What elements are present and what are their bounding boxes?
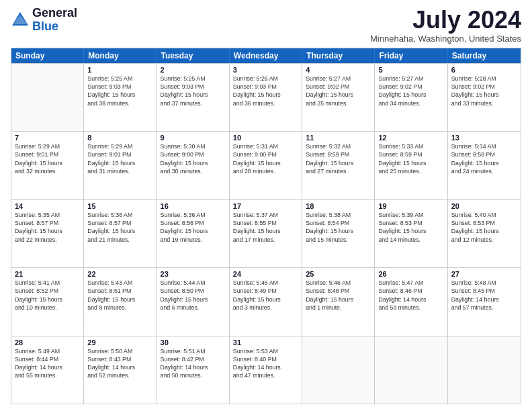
day-number: 17 — [233, 202, 298, 210]
day-number: 1 — [87, 66, 152, 74]
calendar-cell: 20Sunrise: 5:40 AM Sunset: 8:53 PM Dayli… — [448, 200, 521, 267]
day-info: Sunrise: 5:53 AM Sunset: 8:40 PM Dayligh… — [233, 347, 298, 380]
day-info: Sunrise: 5:27 AM Sunset: 9:02 PM Dayligh… — [378, 75, 443, 107]
day-info: Sunrise: 5:30 AM Sunset: 9:00 PM Dayligh… — [161, 142, 226, 175]
location-title: Minnehaha, Washington, United States — [370, 34, 521, 44]
calendar-cell: 8Sunrise: 5:29 AM Sunset: 9:01 PM Daylig… — [84, 132, 157, 199]
calendar-cell: 10Sunrise: 5:31 AM Sunset: 9:00 PM Dayli… — [230, 132, 302, 199]
day-info: Sunrise: 5:41 AM Sunset: 8:52 PM Dayligh… — [15, 279, 80, 312]
day-number: 20 — [451, 202, 517, 210]
calendar-cell — [302, 336, 375, 404]
calendar-week: 14Sunrise: 5:35 AM Sunset: 8:57 PM Dayli… — [11, 199, 521, 267]
calendar-cell: 29Sunrise: 5:50 AM Sunset: 8:43 PM Dayli… — [84, 336, 157, 404]
day-number: 19 — [378, 202, 443, 210]
day-number: 3 — [233, 66, 298, 74]
calendar-week: 7Sunrise: 5:29 AM Sunset: 9:01 PM Daylig… — [11, 131, 521, 199]
day-number: 12 — [378, 134, 443, 142]
calendar-body: 1Sunrise: 5:25 AM Sunset: 9:03 PM Daylig… — [11, 63, 521, 404]
day-of-week-header: Friday — [375, 48, 447, 63]
day-number: 26 — [378, 270, 443, 278]
calendar-cell: 15Sunrise: 5:36 AM Sunset: 8:57 PM Dayli… — [84, 200, 157, 267]
day-info: Sunrise: 5:36 AM Sunset: 8:56 PM Dayligh… — [161, 211, 226, 244]
day-number: 24 — [233, 270, 298, 278]
day-info: Sunrise: 5:33 AM Sunset: 8:59 PM Dayligh… — [378, 142, 443, 175]
day-info: Sunrise: 5:50 AM Sunset: 8:43 PM Dayligh… — [87, 347, 152, 380]
day-of-week-header: Sunday — [11, 48, 84, 63]
day-number: 2 — [161, 66, 226, 74]
calendar-cell: 28Sunrise: 5:49 AM Sunset: 8:44 PM Dayli… — [11, 336, 84, 404]
day-of-week-header: Tuesday — [157, 48, 230, 63]
calendar-cell: 3Sunrise: 5:26 AM Sunset: 9:03 PM Daylig… — [230, 64, 302, 131]
calendar-cell: 25Sunrise: 5:46 AM Sunset: 8:48 PM Dayli… — [302, 268, 375, 335]
calendar-week: 28Sunrise: 5:49 AM Sunset: 8:44 PM Dayli… — [11, 336, 521, 404]
day-number: 23 — [161, 270, 226, 278]
day-number: 10 — [233, 134, 298, 142]
day-info: Sunrise: 5:37 AM Sunset: 8:55 PM Dayligh… — [233, 211, 298, 244]
page: General Blue July 2024 Minnehaha, Washin… — [0, 0, 532, 411]
day-info: Sunrise: 5:26 AM Sunset: 9:03 PM Dayligh… — [233, 75, 298, 107]
day-info: Sunrise: 5:38 AM Sunset: 8:54 PM Dayligh… — [306, 211, 371, 244]
day-number: 31 — [233, 338, 298, 347]
day-info: Sunrise: 5:46 AM Sunset: 8:48 PM Dayligh… — [306, 279, 371, 312]
calendar-cell: 5Sunrise: 5:27 AM Sunset: 9:02 PM Daylig… — [375, 64, 447, 131]
day-number: 6 — [451, 66, 517, 74]
day-info: Sunrise: 5:31 AM Sunset: 9:00 PM Dayligh… — [233, 142, 298, 175]
day-of-week-header: Monday — [84, 48, 157, 63]
calendar-cell: 19Sunrise: 5:39 AM Sunset: 8:53 PM Dayli… — [375, 200, 447, 267]
calendar-week: 21Sunrise: 5:41 AM Sunset: 8:52 PM Dayli… — [11, 267, 521, 335]
day-info: Sunrise: 5:44 AM Sunset: 8:50 PM Dayligh… — [161, 279, 226, 312]
calendar-cell — [375, 336, 447, 404]
day-info: Sunrise: 5:51 AM Sunset: 8:42 PM Dayligh… — [161, 347, 226, 380]
day-number: 5 — [378, 66, 443, 74]
logo-icon — [11, 11, 30, 30]
calendar-cell: 31Sunrise: 5:53 AM Sunset: 8:40 PM Dayli… — [230, 336, 302, 404]
day-number: 25 — [306, 270, 371, 278]
day-number: 30 — [161, 338, 226, 347]
header: General Blue July 2024 Minnehaha, Washin… — [11, 7, 521, 44]
day-number: 21 — [15, 270, 80, 278]
day-info: Sunrise: 5:27 AM Sunset: 9:02 PM Dayligh… — [306, 75, 371, 107]
day-number: 28 — [15, 338, 80, 347]
day-info: Sunrise: 5:40 AM Sunset: 8:53 PM Dayligh… — [451, 211, 517, 244]
day-of-week-header: Thursday — [302, 48, 375, 63]
calendar-cell: 23Sunrise: 5:44 AM Sunset: 8:50 PM Dayli… — [157, 268, 230, 335]
calendar-cell: 12Sunrise: 5:33 AM Sunset: 8:59 PM Dayli… — [375, 132, 447, 199]
day-info: Sunrise: 5:35 AM Sunset: 8:57 PM Dayligh… — [15, 211, 80, 244]
day-number: 29 — [87, 338, 152, 347]
day-info: Sunrise: 5:49 AM Sunset: 8:44 PM Dayligh… — [15, 347, 80, 380]
day-number: 7 — [15, 134, 80, 142]
calendar-cell: 1Sunrise: 5:25 AM Sunset: 9:03 PM Daylig… — [84, 64, 157, 131]
calendar-header: SundayMondayTuesdayWednesdayThursdayFrid… — [11, 48, 521, 63]
day-number: 13 — [451, 134, 517, 142]
day-number: 9 — [161, 134, 226, 142]
calendar-cell: 27Sunrise: 5:48 AM Sunset: 8:45 PM Dayli… — [448, 268, 521, 335]
calendar-cell — [11, 64, 84, 131]
day-info: Sunrise: 5:36 AM Sunset: 8:57 PM Dayligh… — [87, 211, 152, 244]
calendar-cell: 13Sunrise: 5:34 AM Sunset: 8:58 PM Dayli… — [448, 132, 521, 199]
day-info: Sunrise: 5:25 AM Sunset: 9:03 PM Dayligh… — [87, 75, 152, 107]
calendar-cell: 16Sunrise: 5:36 AM Sunset: 8:56 PM Dayli… — [157, 200, 230, 267]
day-number: 27 — [451, 270, 517, 278]
calendar-cell: 30Sunrise: 5:51 AM Sunset: 8:42 PM Dayli… — [157, 336, 230, 404]
calendar-cell: 6Sunrise: 5:28 AM Sunset: 9:02 PM Daylig… — [448, 64, 521, 131]
calendar-cell: 22Sunrise: 5:43 AM Sunset: 8:51 PM Dayli… — [84, 268, 157, 335]
day-info: Sunrise: 5:47 AM Sunset: 8:46 PM Dayligh… — [378, 279, 443, 312]
calendar-cell: 26Sunrise: 5:47 AM Sunset: 8:46 PM Dayli… — [375, 268, 447, 335]
svg-marker-1 — [13, 15, 27, 24]
day-info: Sunrise: 5:39 AM Sunset: 8:53 PM Dayligh… — [378, 211, 443, 244]
calendar: SundayMondayTuesdayWednesdayThursdayFrid… — [11, 48, 521, 404]
day-info: Sunrise: 5:28 AM Sunset: 9:02 PM Dayligh… — [451, 75, 517, 107]
day-number: 8 — [87, 134, 152, 142]
day-number: 4 — [306, 66, 371, 74]
day-number: 11 — [306, 134, 371, 142]
calendar-cell: 9Sunrise: 5:30 AM Sunset: 9:00 PM Daylig… — [157, 132, 230, 199]
calendar-cell: 7Sunrise: 5:29 AM Sunset: 9:01 PM Daylig… — [11, 132, 84, 199]
calendar-cell: 24Sunrise: 5:45 AM Sunset: 8:49 PM Dayli… — [230, 268, 302, 335]
month-title: July 2024 — [370, 7, 521, 34]
calendar-cell — [448, 336, 521, 404]
logo: General Blue — [11, 7, 77, 34]
day-info: Sunrise: 5:32 AM Sunset: 8:59 PM Dayligh… — [306, 142, 371, 175]
calendar-cell: 17Sunrise: 5:37 AM Sunset: 8:55 PM Dayli… — [230, 200, 302, 267]
calendar-cell: 4Sunrise: 5:27 AM Sunset: 9:02 PM Daylig… — [302, 64, 375, 131]
logo-text: General Blue — [32, 7, 77, 34]
